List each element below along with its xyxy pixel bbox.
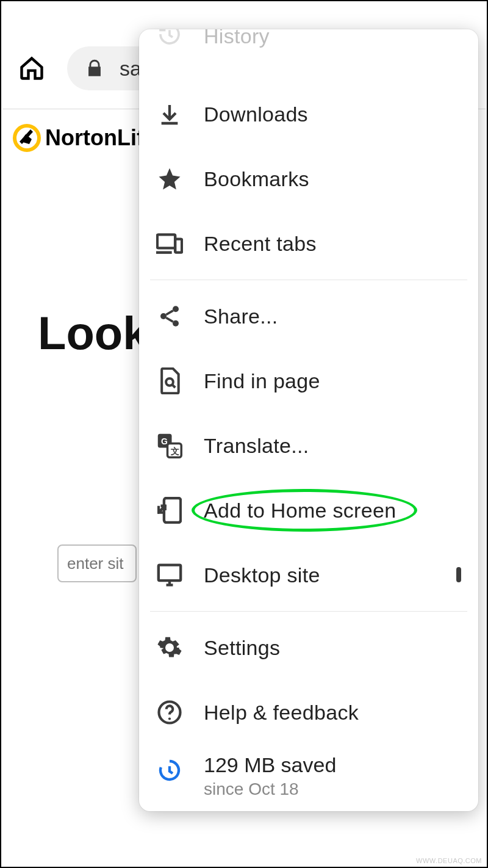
menu-item-downloads[interactable]: Downloads (139, 82, 478, 146)
screenshot-frame: sa NortonLife Look History Downloads Boo… (0, 0, 488, 868)
menu-item-desktop-site[interactable]: Desktop site (139, 543, 478, 607)
watermark: WWW.DEUAQ.COM (416, 857, 482, 864)
add-home-icon (157, 497, 182, 524)
menu-item-recent-tabs[interactable]: Recent tabs (139, 211, 478, 276)
data-saver-icon (157, 758, 182, 783)
site-brand: NortonLife (12, 123, 156, 153)
home-button[interactable] (17, 54, 46, 83)
norton-logo-icon (12, 123, 41, 153)
star-icon (157, 166, 182, 192)
page-heading: Look (38, 306, 149, 360)
menu-item-add-home[interactable]: Add to Home screen (139, 478, 478, 543)
svg-text:文: 文 (170, 446, 179, 456)
lock-icon (84, 58, 105, 79)
svg-rect-2 (175, 239, 182, 253)
site-input[interactable] (57, 544, 137, 582)
desktop-icon (156, 563, 183, 587)
menu-label: Help & feedback (204, 701, 359, 725)
menu-item-find-in-page[interactable]: Find in page (139, 349, 478, 413)
menu-label: Settings (204, 636, 280, 660)
menu-item-help[interactable]: Help & feedback (139, 680, 478, 745)
overflow-menu: History Downloads Bookmarks Recent tabs … (139, 29, 478, 811)
data-saved-since: since Oct 18 (204, 779, 336, 799)
gear-icon (157, 635, 182, 660)
devices-icon (156, 231, 183, 256)
menu-label: Desktop site (204, 563, 320, 587)
svg-rect-11 (164, 498, 181, 523)
menu-item-translate[interactable]: G文 Translate... (139, 413, 478, 478)
menu-item-bookmarks[interactable]: Bookmarks (139, 146, 478, 211)
download-icon (157, 102, 182, 126)
menu-label: Downloads (204, 103, 308, 126)
menu-item-history[interactable]: History (139, 29, 478, 82)
svg-text:G: G (161, 436, 168, 446)
menu-divider (150, 611, 467, 612)
help-icon (157, 700, 182, 725)
url-text: sa (120, 57, 142, 81)
svg-rect-12 (159, 565, 181, 580)
translate-icon: G文 (157, 433, 182, 458)
data-saved-row[interactable]: 129 MB saved since Oct 18 (139, 745, 478, 799)
svg-point-14 (168, 717, 171, 720)
svg-point-6 (166, 378, 173, 386)
history-icon (157, 29, 182, 46)
desktop-site-checkbox[interactable] (456, 567, 461, 582)
menu-item-share[interactable]: Share... (139, 284, 478, 349)
home-icon (18, 55, 45, 82)
svg-point-3 (173, 306, 179, 312)
menu-divider (150, 280, 467, 280)
share-icon (157, 304, 182, 328)
svg-rect-1 (157, 234, 175, 248)
menu-label: Find in page (204, 369, 320, 393)
menu-label: Bookmarks (204, 167, 309, 191)
svg-point-5 (173, 320, 179, 327)
menu-label: Translate... (204, 434, 309, 458)
menu-label: Share... (204, 305, 278, 328)
svg-point-4 (160, 313, 167, 319)
data-saved-amount: 129 MB saved (204, 753, 336, 777)
menu-label: Add to Home screen (204, 499, 396, 523)
find-icon (158, 367, 181, 394)
menu-label: History (204, 29, 270, 48)
menu-label: Recent tabs (204, 232, 317, 256)
menu-item-settings[interactable]: Settings (139, 615, 478, 680)
